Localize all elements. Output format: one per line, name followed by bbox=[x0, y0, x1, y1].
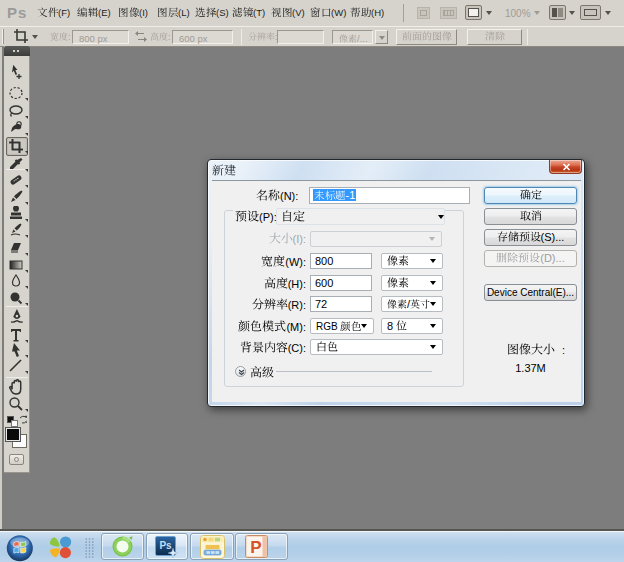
svg-text:P: P bbox=[250, 538, 261, 557]
